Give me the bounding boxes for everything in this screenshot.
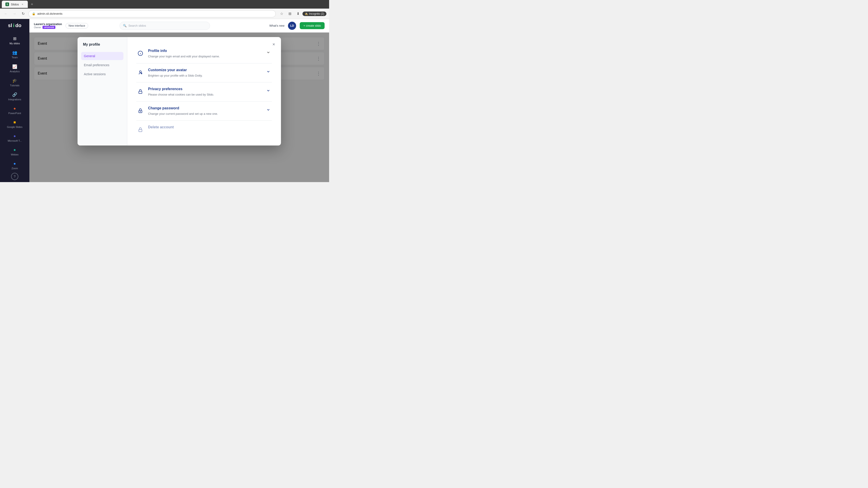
sidebar-item-microsoft-teams[interactable]: ● Microsoft T... (0, 131, 29, 144)
incognito-icon: 🕵 (305, 12, 308, 15)
change-password-section: Change password Change your current pass… (136, 102, 272, 121)
change-password-icon (136, 107, 145, 115)
sidebar-item-label: My slidos (9, 42, 20, 45)
sidebar-item-integrations[interactable]: 🔗 Integrations (0, 90, 29, 103)
tab-bar: S Slidos × + (0, 0, 329, 8)
privacy-preferences-section: Privacy preferences Please choose what c… (136, 83, 272, 102)
sidebar-item-my-slidos[interactable]: ⊞ My slidos (0, 34, 29, 47)
user-avatar[interactable]: LD (288, 22, 296, 30)
sidebar-item-label: Microsoft T... (8, 139, 22, 142)
change-password-content: Change password Change your current pass… (148, 106, 261, 116)
customize-avatar-chevron[interactable] (265, 68, 272, 75)
customize-avatar-icon (136, 68, 145, 76)
sidebar-item-label: Analytics (10, 70, 20, 73)
modal-overlay: × My profile General Email preferences A… (29, 33, 329, 182)
whats-new-button[interactable]: What's new (270, 24, 285, 27)
new-interface-button[interactable]: New interface (66, 23, 88, 29)
profile-info-icon (136, 49, 145, 57)
sidebar-item-zoom[interactable]: ● Zoom (0, 159, 29, 172)
sidebar-bottom: ? (11, 173, 18, 180)
app-header: Lauren's organization Owner UPGRADE New … (29, 19, 329, 33)
profile-modal: × My profile General Email preferences A… (78, 37, 281, 145)
change-password-desc: Change your current password and set up … (148, 111, 261, 116)
delete-account-icon (136, 126, 145, 134)
modal-body: Profile info Change your login email and… (127, 37, 281, 145)
sidebar-item-tutorials[interactable]: 🎓 Tutorials (0, 76, 29, 89)
delete-account-title: Delete account (148, 125, 272, 129)
app-layout: slido ⊞ My slidos 👥 Team 📈 Analytics 🎓 T… (0, 19, 329, 182)
sidebar-item-analytics[interactable]: 📈 Analytics (0, 62, 29, 75)
org-info: Lauren's organization Owner UPGRADE (34, 23, 62, 29)
customize-avatar-section: Customize your avatar Brighten up your p… (136, 64, 272, 83)
privacy-icon (136, 88, 145, 96)
sidebar-item-label: Zoom (11, 167, 18, 170)
main-content: Lauren's organization Owner UPGRADE New … (29, 19, 329, 182)
help-button[interactable]: ? (11, 173, 18, 180)
webex-icon: ● (13, 148, 16, 152)
incognito-label: Incognito (2) (309, 12, 324, 15)
profile-info-chevron[interactable] (265, 49, 272, 56)
sidebar-item-label: Integrations (8, 98, 21, 101)
customize-avatar-content: Customize your avatar Brighten up your p… (148, 68, 261, 78)
org-role: Owner UPGRADE (34, 26, 62, 29)
sidebar-item-label: Google Slides (7, 126, 23, 128)
modal-title: My profile (81, 42, 123, 46)
microsoft-teams-icon: ● (13, 134, 16, 138)
tab-close-button[interactable]: × (21, 2, 24, 6)
search-bar[interactable]: 🔍 Search slidos (120, 22, 210, 30)
sidebar-item-label: Webex (11, 153, 19, 156)
customize-avatar-desc: Brighten up your profile with a Slido Do… (148, 73, 261, 78)
svg-point-4 (141, 73, 142, 74)
tab-title: Slidos (11, 3, 19, 6)
sidebar-item-label: Tutorials (10, 84, 20, 87)
sidebar-item-google-slides[interactable]: ■ Google Slides (0, 118, 29, 131)
extensions-button[interactable]: ⊞ (286, 10, 293, 18)
delete-account-section: Delete account (136, 121, 272, 138)
lock-icon: 🔒 (32, 12, 35, 15)
slido-logo: slido (8, 23, 21, 29)
modal-nav-active-sessions[interactable]: Active sessions (81, 70, 123, 78)
analytics-icon: 📈 (12, 64, 17, 69)
sidebar-item-team[interactable]: 👥 Team (0, 48, 29, 61)
url-text: admin.sli.do/events (37, 12, 62, 15)
header-right: What's new LD + create slido (270, 22, 324, 30)
svg-point-7 (140, 111, 141, 112)
change-password-title: Change password (148, 106, 261, 110)
modal-nav-email-preferences[interactable]: Email preferences (81, 61, 123, 69)
back-button[interactable]: ← (3, 11, 9, 17)
svg-rect-5 (139, 91, 142, 94)
privacy-preferences-content: Privacy preferences Please choose what c… (148, 87, 261, 97)
org-name: Lauren's organization (34, 23, 62, 26)
address-bar[interactable]: 🔒 admin.sli.do/events (29, 10, 276, 18)
search-icon: 🔍 (123, 24, 127, 27)
delete-account-content: Delete account (148, 125, 272, 131)
download-button[interactable]: ⬇ (294, 10, 302, 18)
upgrade-badge[interactable]: UPGRADE (42, 26, 55, 29)
google-slides-icon: ■ (13, 120, 16, 125)
incognito-badge[interactable]: 🕵 Incognito (2) (303, 11, 327, 16)
customize-avatar-title: Customize your avatar (148, 68, 261, 72)
profile-info-desc: Change your login email and edit your di… (148, 54, 261, 59)
team-icon: 👥 (12, 50, 17, 55)
sidebar-item-powerpoint[interactable]: ● PowerPoint (0, 104, 29, 117)
new-tab-button[interactable]: + (29, 1, 35, 7)
sidebar: slido ⊞ My slidos 👥 Team 📈 Analytics 🎓 T… (0, 19, 29, 182)
my-slidos-icon: ⊞ (13, 36, 17, 41)
modal-nav-general[interactable]: General (81, 52, 123, 60)
forward-button[interactable]: → (11, 11, 18, 17)
refresh-button[interactable]: ↻ (20, 11, 26, 17)
modal-close-button[interactable]: × (270, 41, 277, 48)
modal-sidebar: My profile General Email preferences Act… (78, 37, 127, 145)
address-bar-row: ← → ↻ 🔒 admin.sli.do/events ☆ ⊞ ⬇ 🕵 Inco… (0, 8, 329, 19)
svg-point-3 (140, 71, 141, 72)
search-placeholder: Search slidos (128, 24, 146, 27)
profile-info-title: Profile info (148, 49, 261, 53)
change-password-chevron[interactable] (265, 106, 272, 113)
active-tab[interactable]: S Slidos × (2, 1, 28, 8)
sidebar-item-label: Team (12, 56, 18, 59)
sidebar-item-webex[interactable]: ● Webex (0, 145, 29, 158)
privacy-preferences-chevron[interactable] (265, 87, 272, 94)
tab-favicon: S (5, 2, 9, 6)
create-slido-button[interactable]: + create slido (300, 22, 324, 29)
star-button[interactable]: ☆ (278, 10, 285, 18)
